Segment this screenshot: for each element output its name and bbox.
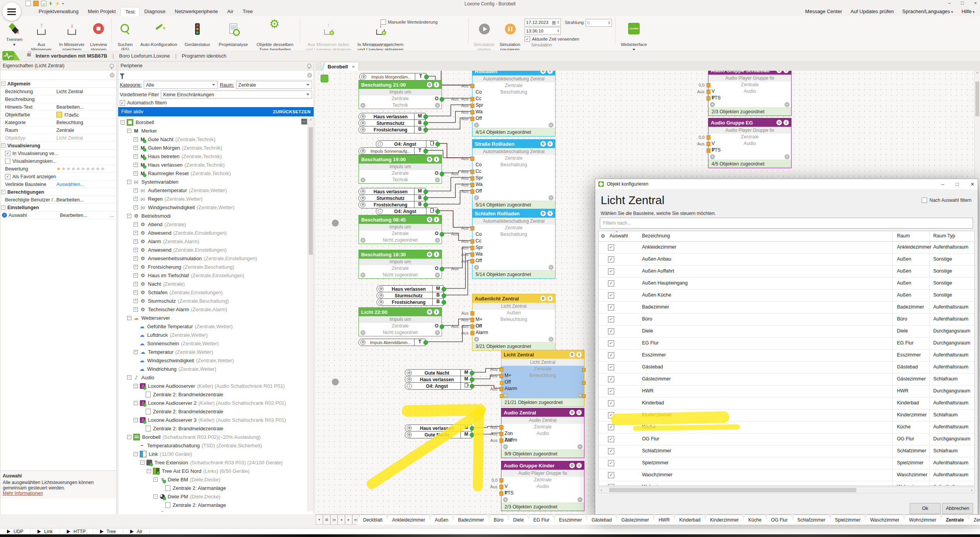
tree-item[interactable]: −♪Loxone Audioserver 2(Keller) (Audio Sc… [118,399,307,407]
dialog-row-au-en-k-che[interactable]: ✓Außen KücheAußenSonstige [599,290,974,302]
strahlung-field[interactable]: 0▲▼ [586,19,612,27]
input-connector-pill[interactable]: iO4: Angst [376,140,438,148]
property-row[interactable]: RaumZentrale [0,126,116,134]
input-connector[interactable] [470,331,474,335]
canvas-vertical-scrollbar[interactable]: ˄ [974,71,980,179]
sheet-tab-esszimmer[interactable]: Esszimmer [553,515,588,525]
tree-item[interactable]: Zentrale 2: Brandmeldezentrale [118,424,307,433]
tree-item[interactable]: −♪Audio [118,373,307,382]
tab-borobell[interactable]: Borobell× [321,62,359,71]
protocol-udp[interactable]: UDP [0,528,31,535]
block-info-icon[interactable]: i [783,71,789,73]
table-header-row[interactable]: ⚙ ˄ Auswahl Bezeichnung Raum Raum Typ [599,231,974,242]
sheet-nav-first[interactable]: ▾ [316,515,323,525]
tree-item[interactable]: +⚙Frostsicherung(Zentrale,Beschattung) [118,263,307,271]
property-row[interactable]: ✓In Visualisierung ve... [0,150,116,157]
block-gear-icon[interactable]: ⚙ [427,217,432,222]
property-row[interactable]: Bewertung★★★★★★★★★★ [0,165,116,173]
table-settings-gear-icon[interactable]: ⚙ [601,233,605,239]
input-connector[interactable] [707,135,710,140]
output-connector[interactable] [442,287,446,292]
menu-tab-tree[interactable]: Tree [238,7,257,17]
dialog-row-g-stebad[interactable]: ✓GästebadGästebadAufenthaltsraum [599,361,974,373]
output-connector[interactable] [440,267,444,271]
output-connector[interactable] [470,384,474,389]
input-connector[interactable] [470,324,474,329]
tree-item[interactable]: +⚙Schlafen(Zentrale,Einstellungen) [118,288,307,297]
block-gear-icon[interactable]: ⚙ [540,211,546,216]
input-connector[interactable] [499,491,503,496]
property-row[interactable]: Verlinkte BausteineAuswählen... [0,181,116,188]
row-checkbox[interactable]: ✓ [608,328,614,334]
property-section[interactable]: −Einstellungen [0,204,116,211]
sheet-tab-deckblatt[interactable]: Deckblatt [357,515,389,525]
menu-tab-diagnose[interactable]: Diagnose [139,7,170,17]
dialog-close-button[interactable]: ✕ [970,181,975,187]
dialog-row-au-en-auffahrt[interactable]: ✓Außen AuffahrtAußenSonstige [599,266,974,278]
output-connector[interactable] [440,172,444,176]
property-row[interactable]: Objektfarbef7de5c [0,111,116,119]
output-connector[interactable] [470,433,474,437]
tree-item[interactable]: ☁Gefühlte Temperatur(Zentrale,Wetter) [118,322,307,331]
block-info-icon[interactable]: i [576,463,582,468]
menu-updates[interactable]: Auf Updates prüfen [851,9,894,14]
function-block-audio-zentral[interactable]: Audio Zentral⚙iAudio ZentralZentraleZonA… [501,408,584,458]
row-checkbox[interactable]: ✓ [608,352,614,358]
block-gear-icon[interactable]: ⚙ [776,120,782,125]
tree-item[interactable]: Zentrale 2: Alarmanlage [118,484,307,492]
block-gear-icon[interactable]: ⚙ [427,309,432,315]
block-gear-icon[interactable]: ⚙ [540,71,546,74]
row-checkbox[interactable]: ✓ [608,412,614,418]
menu-help[interactable]: Hilfe [961,9,975,14]
output-connector[interactable] [470,426,474,431]
input-connector[interactable] [470,318,474,322]
sheet-nav-prev[interactable]: ◂ [338,515,345,525]
row-checkbox[interactable]: ✓ [608,436,614,442]
tree-item[interactable]: ☁Sonnenschein(Zentrale,Wetter) [118,339,307,348]
input-connector[interactable] [470,239,474,244]
menu-tab-test[interactable]: Test [121,7,140,17]
tree-item[interactable]: −Esszimmer PM(Esszimmer,Decke) [118,509,307,511]
objekte-bearbeiten-button[interactable]: ⚙ Objekte desselben Typs bearbeiten [253,18,297,52]
sheet-nav-next[interactable]: ▸ [345,515,352,525]
tree-item[interactable]: +MGute Nacht(Zentrale,Technik) [118,135,307,143]
block-gear-icon[interactable]: ⚙ [427,157,432,162]
property-row[interactable]: ✓Als Favorit anzeigen [0,173,116,181]
input-connector[interactable] [707,142,710,146]
protocol-http[interactable]: HTTP [60,528,93,535]
tree-item[interactable]: Zentrale 2: Brandmeldezentrale [118,407,307,416]
block-info-icon[interactable]: i [547,296,553,301]
input-connector[interactable] [470,226,474,230]
webinterface-button[interactable]: LOXONE Webinterface ▾ [619,18,649,52]
zuruecksetzen-button[interactable]: ZURÜCKSETZEN [273,109,311,114]
dialog-row-badezimmer[interactable]: ✓BadezimmerBadezimmerAufenthaltsraum [599,302,974,314]
row-checkbox[interactable]: ✓ [608,268,614,274]
output-connector[interactable] [423,340,428,345]
dialog-filter-input[interactable]: Filtern nach... [600,218,973,228]
auto-konfiguration-button[interactable]: ✚✚ Auto-Konfiguration [138,18,179,47]
output-connector[interactable] [440,97,444,102]
input-connector-pill[interactable]: iO4: Angst [405,382,472,390]
property-section[interactable]: −Allgemein [0,80,116,88]
block-gear-icon[interactable]: ⚙ [427,252,432,257]
properties-filter-input[interactable]: × [0,70,116,80]
vordefinierte-filter-select[interactable]: Keine Einschränkungen [161,90,312,99]
input-connector[interactable] [470,311,474,315]
row-checkbox[interactable]: ✓ [608,244,614,251]
health-icon[interactable] [2,51,14,60]
menu-tab-projektverwaltung[interactable]: Projektverwaltung [34,7,83,17]
minimize-button[interactable]: – [948,0,951,6]
sheet-tab-kinderzimmer[interactable]: Kinderzimmer [704,515,745,525]
block-info-icon[interactable]: i [434,217,439,222]
property-section[interactable]: −Berechtigungen [0,188,116,196]
sheet-nav-start[interactable]: |◂ [330,515,338,525]
input-connector[interactable] [499,478,503,482]
block-gear-icon[interactable]: ⚙ [427,82,432,87]
tree-item[interactable]: −Borobell(Schaltschrank R03 P02)(~20% Au… [118,433,307,441]
tree-item[interactable]: +{x}Windgeschwindigkeit(Zentrale,Wetter) [118,203,307,211]
pin-icon[interactable] [307,64,311,68]
input-connector[interactable] [470,259,474,263]
tree-item[interactable]: −Link(11/30 Geräte) [118,450,307,458]
tree-item[interactable]: −♪Loxone Audioserver 3(Keller) (Audio Sc… [118,416,307,424]
input-connector[interactable] [499,387,503,391]
